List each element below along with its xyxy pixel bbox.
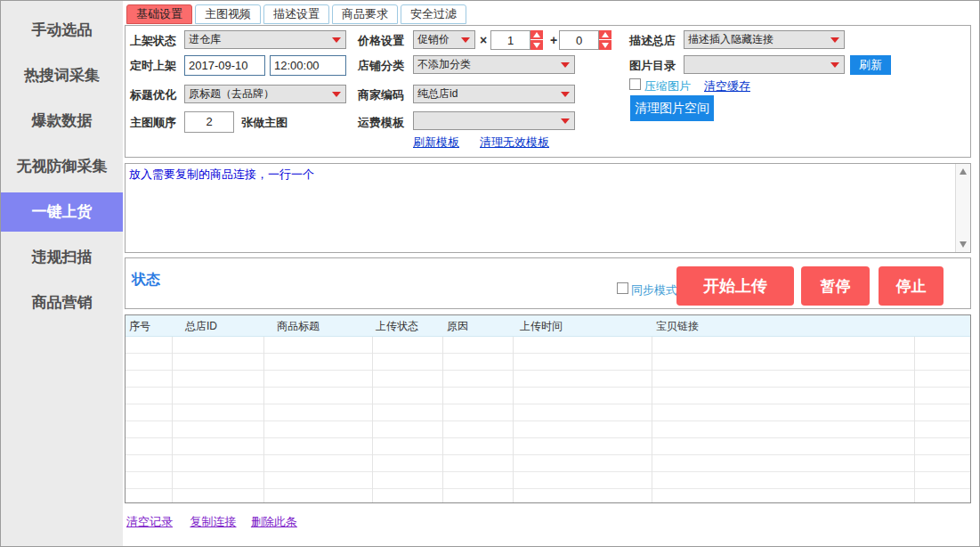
clean-image-space-button[interactable]: 清理图片空间 bbox=[630, 95, 714, 121]
sidebar-item-marketing[interactable]: 商品营销 bbox=[1, 283, 123, 322]
status-title: 状态 bbox=[132, 271, 160, 290]
tab-basic-settings[interactable]: 基础设置 bbox=[126, 4, 192, 24]
stepper-down-button[interactable] bbox=[599, 40, 611, 50]
shelf-status-dropdown[interactable]: 进仓库 bbox=[184, 30, 346, 49]
tab-main-image-video[interactable]: 主图视频 bbox=[195, 4, 261, 24]
dropdown-arrow-icon bbox=[332, 92, 341, 97]
main-image-order-label: 主图顺序 bbox=[130, 115, 176, 131]
compress-image-label: 压缩图片 bbox=[644, 78, 691, 94]
stop-button[interactable]: 停止 bbox=[879, 266, 944, 306]
refresh-template-link[interactable]: 刷新模板 bbox=[413, 135, 459, 151]
image-directory-label: 图片目录 bbox=[629, 58, 676, 74]
clean-invalid-template-link[interactable]: 清理无效模板 bbox=[480, 135, 549, 151]
timed-shelf-label: 定时上架 bbox=[130, 58, 176, 74]
shelf-status-label: 上架状态 bbox=[130, 33, 176, 49]
down-arrow-icon bbox=[602, 43, 609, 48]
price-multiplier-field[interactable]: 1 bbox=[490, 30, 530, 50]
multiply-sign: × bbox=[480, 33, 487, 47]
stepper-up-button[interactable] bbox=[599, 30, 611, 39]
upload-results-table: 序号 总店ID 商品标题 上传状态 原因 上传时间 宝贝链接 bbox=[125, 314, 971, 503]
shelf-date-field[interactable]: 2017-09-10 bbox=[184, 55, 265, 76]
title-optimize-value: 原标题（去品牌） bbox=[189, 87, 274, 100]
price-addend-stepper bbox=[599, 30, 611, 50]
table-body-empty bbox=[126, 337, 970, 502]
sidebar-item-one-key-upload[interactable]: 一键上货 bbox=[1, 192, 123, 232]
stepper-up-button[interactable] bbox=[530, 30, 543, 39]
clear-records-link[interactable]: 清空记录 bbox=[126, 515, 173, 528]
dropdown-arrow-icon bbox=[830, 62, 839, 68]
shelf-status-value: 进仓库 bbox=[189, 33, 221, 45]
textarea-scrollbar[interactable] bbox=[955, 164, 970, 252]
column-divider bbox=[263, 337, 264, 502]
down-arrow-icon bbox=[960, 241, 967, 248]
dropdown-arrow-icon bbox=[561, 118, 570, 124]
title-optimize-label: 标题优化 bbox=[130, 87, 176, 103]
column-divider bbox=[652, 337, 652, 502]
title-optimize-dropdown[interactable]: 原标题（去品牌） bbox=[184, 85, 346, 103]
column-divider bbox=[914, 337, 915, 502]
scroll-up-button[interactable] bbox=[956, 164, 971, 179]
table-header-row: 序号 总店ID 商品标题 上传状态 原因 上传时间 宝贝链接 bbox=[126, 315, 970, 337]
copy-links-link[interactable]: 复制连接 bbox=[190, 515, 236, 528]
sync-mode-checkbox[interactable] bbox=[617, 282, 628, 294]
image-directory-dropdown[interactable] bbox=[684, 55, 845, 74]
shipping-template-dropdown[interactable] bbox=[413, 111, 575, 130]
shop-category-dropdown[interactable]: 不添加分类 bbox=[413, 55, 575, 74]
description-store-dropdown[interactable]: 描述插入隐藏连接 bbox=[684, 30, 845, 49]
merchant-code-value: 纯总店id bbox=[417, 87, 458, 100]
price-type-dropdown[interactable]: 促销价 bbox=[413, 30, 475, 49]
up-arrow-icon bbox=[960, 168, 967, 175]
product-links-textarea[interactable]: 放入需要复制的商品连接，一行一个 bbox=[125, 163, 971, 253]
column-divider bbox=[513, 337, 514, 502]
dropdown-arrow-icon bbox=[332, 37, 341, 43]
dropdown-arrow-icon bbox=[461, 37, 470, 43]
dropdown-arrow-icon bbox=[561, 62, 570, 68]
sidebar-item-bypass-collect[interactable]: 无视防御采集 bbox=[1, 147, 123, 186]
col-header-upload-time: 上传时间 bbox=[513, 315, 652, 336]
clear-cache-link[interactable]: 清空缓存 bbox=[704, 78, 750, 94]
app-window: 手动选品 热搜词采集 爆款数据 无视防御采集 一键上货 违规扫描 商品营销 基础… bbox=[0, 0, 980, 547]
up-arrow-icon bbox=[602, 32, 609, 37]
sync-mode-label: 同步模式 bbox=[631, 282, 677, 298]
stepper-down-button[interactable] bbox=[530, 40, 543, 50]
tab-safety-filter[interactable]: 安全过滤 bbox=[401, 4, 466, 24]
col-header-reason: 原因 bbox=[442, 315, 513, 336]
up-arrow-icon bbox=[533, 32, 540, 37]
col-header-product-title: 商品标题 bbox=[263, 315, 372, 336]
tab-product-requirements[interactable]: 商品要求 bbox=[332, 4, 398, 24]
basic-settings-form: 上架状态 进仓库 定时上架 2017-09-10 12:00:00 标题优化 原… bbox=[125, 25, 971, 158]
sidebar-item-manual-pick[interactable]: 手动选品 bbox=[1, 11, 123, 50]
col-header-upload-status: 上传状态 bbox=[372, 315, 442, 336]
column-divider bbox=[372, 337, 373, 502]
shop-category-label: 店铺分类 bbox=[358, 58, 404, 74]
shipping-template-label: 运费模板 bbox=[358, 115, 404, 131]
main-image-order-suffix: 张做主图 bbox=[241, 115, 288, 131]
compress-image-checkbox[interactable] bbox=[629, 78, 641, 90]
product-links-placeholder: 放入需要复制的商品连接，一行一个 bbox=[129, 167, 314, 183]
sidebar-item-violation-scan[interactable]: 违规扫描 bbox=[1, 238, 123, 277]
description-store-value: 描述插入隐藏连接 bbox=[688, 33, 773, 45]
dropdown-arrow-icon bbox=[830, 37, 839, 43]
merchant-code-dropdown[interactable]: 纯总店id bbox=[413, 85, 575, 103]
shop-category-value: 不添加分类 bbox=[417, 58, 471, 70]
pause-button[interactable]: 暂停 bbox=[801, 266, 870, 306]
price-addend-field[interactable]: 0 bbox=[559, 30, 599, 50]
scroll-down-button[interactable] bbox=[956, 237, 971, 252]
sidebar: 手动选品 热搜词采集 爆款数据 无视防御采集 一键上货 违规扫描 商品营销 bbox=[1, 1, 123, 546]
dropdown-arrow-icon bbox=[561, 92, 570, 97]
delete-item-link[interactable]: 删除此条 bbox=[251, 515, 297, 528]
col-header-item-link: 宝贝链接 bbox=[652, 315, 970, 336]
col-header-index: 序号 bbox=[126, 315, 172, 336]
sidebar-item-hot-keywords[interactable]: 热搜词采集 bbox=[1, 56, 123, 95]
sidebar-item-hot-data[interactable]: 爆款数据 bbox=[1, 102, 123, 141]
price-multiplier-stepper bbox=[530, 30, 543, 50]
description-store-label: 描述总店 bbox=[629, 33, 676, 49]
refresh-image-dir-button[interactable]: 刷新 bbox=[850, 55, 891, 75]
col-header-store-id: 总店ID bbox=[172, 315, 263, 336]
start-upload-button[interactable]: 开始上传 bbox=[676, 266, 794, 306]
column-divider bbox=[172, 337, 173, 502]
shelf-time-field[interactable]: 12:00:00 bbox=[270, 55, 346, 76]
main-image-count-field[interactable]: 2 bbox=[184, 111, 234, 133]
tab-description-settings[interactable]: 描述设置 bbox=[263, 4, 329, 24]
tab-bar: 基础设置 主图视频 描述设置 商品要求 安全过滤 bbox=[126, 4, 466, 24]
